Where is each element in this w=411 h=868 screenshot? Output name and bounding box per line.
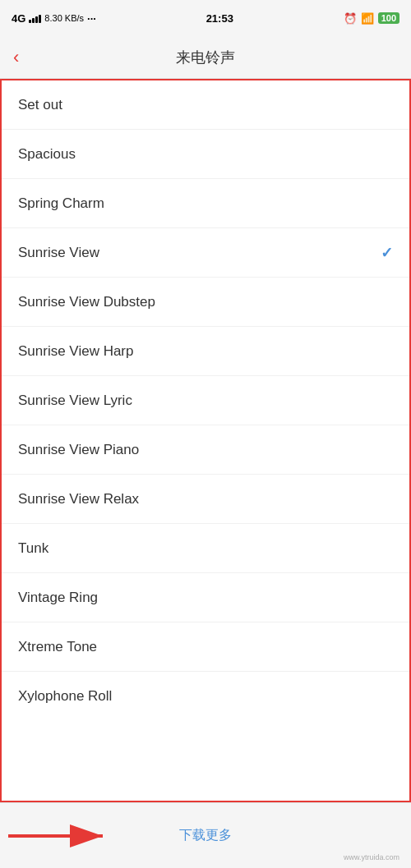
ringtone-name: Spring Charm xyxy=(18,195,104,212)
arrow-area xyxy=(8,820,115,852)
ringtone-name: Sunrise View Piano xyxy=(18,442,139,458)
ringtone-name: Vintage Ring xyxy=(18,590,98,606)
list-item[interactable]: Sunrise View Relax xyxy=(2,475,409,524)
status-left: 4G 8.30 KB/s ··· xyxy=(12,12,96,25)
ringtone-name: Spacious xyxy=(18,146,76,163)
ringtone-name: Sunrise View Harp xyxy=(18,343,133,360)
status-right: ⏰ 📶 100 xyxy=(344,12,399,25)
ringtone-name: Sunrise View xyxy=(18,245,99,261)
carrier-label: 4G xyxy=(12,12,25,25)
back-button[interactable]: ‹ xyxy=(13,47,19,68)
signal-bar-2 xyxy=(32,18,35,23)
network-speed: 8.30 KB/s xyxy=(44,13,84,23)
list-item[interactable]: Spacious xyxy=(2,130,409,179)
list-item[interactable]: Sunrise View Harp xyxy=(2,327,409,376)
header: ‹ 来电铃声 xyxy=(0,36,411,79)
ringtone-name: Xtreme Tone xyxy=(18,639,97,655)
list-item[interactable]: Sunrise View✓ xyxy=(2,228,409,278)
alarm-icon: ⏰ xyxy=(344,12,357,25)
ringtone-name: Sunrise View Relax xyxy=(18,491,139,507)
list-item[interactable]: Xylophone Roll xyxy=(2,672,409,721)
ringtone-name: Tunk xyxy=(18,540,48,557)
status-dots: ··· xyxy=(87,12,96,25)
bottom-logo: www.ytruida.com xyxy=(344,853,399,861)
page-title: 来电铃声 xyxy=(176,48,235,67)
status-time: 21:53 xyxy=(206,12,233,25)
ringtone-name: Set out xyxy=(18,97,62,113)
list-item[interactable]: Xtreme Tone xyxy=(2,622,409,672)
battery-indicator: 100 xyxy=(378,12,399,24)
red-arrow-icon xyxy=(8,820,115,852)
ringtone-list: Set outSpaciousSpring CharmSunrise View✓… xyxy=(0,79,411,802)
ringtone-name: Xylophone Roll xyxy=(18,688,112,705)
list-item[interactable]: Vintage Ring xyxy=(2,573,409,622)
ringtone-name: Sunrise View Lyric xyxy=(18,393,132,409)
list-item[interactable]: Tunk xyxy=(2,524,409,573)
signal-bar-1 xyxy=(29,20,31,23)
bottom-bar: 下载更多 www.ytruida.com xyxy=(0,802,411,868)
ringtone-name: Sunrise View Dubstep xyxy=(18,294,155,310)
list-item[interactable]: Sunrise View Lyric xyxy=(2,376,409,425)
selected-checkmark: ✓ xyxy=(381,244,393,262)
signal-bar-4 xyxy=(39,15,41,23)
list-item[interactable]: Set out xyxy=(2,80,409,130)
signal-bars xyxy=(29,13,41,23)
signal-bar-3 xyxy=(35,16,38,23)
list-item[interactable]: Sunrise View Dubstep xyxy=(2,278,409,327)
status-bar: 4G 8.30 KB/s ··· 21:53 ⏰ 📶 100 xyxy=(0,0,411,36)
wifi-icon: 📶 xyxy=(361,12,374,25)
battery-level: 100 xyxy=(381,13,396,23)
list-item[interactable]: Sunrise View Piano xyxy=(2,425,409,475)
download-more-button[interactable]: 下载更多 xyxy=(179,827,232,844)
list-item[interactable]: Spring Charm xyxy=(2,179,409,228)
